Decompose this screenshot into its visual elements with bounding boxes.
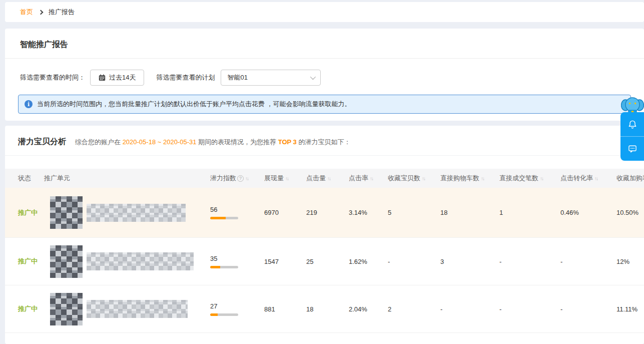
info-banner: i 当前所选的时间范围内，您当前批量推广计划的默认出价低于账户平均点击花费 ，可…	[18, 95, 631, 114]
chat-support-button[interactable]	[620, 136, 644, 161]
potential-cell: 27	[210, 302, 264, 316]
top-badge: TOP 3	[278, 138, 297, 146]
page-title: 智能推广报告	[5, 29, 644, 58]
clicks-value: 18	[306, 305, 349, 313]
table-header-row: 状态 推广单元 潜力指数?↑↓ 展现量↑↓ 点击量↑↓ 点击率↑↓ 收藏宝贝数↑…	[5, 169, 644, 188]
direct-cart-value: 3	[440, 258, 499, 265]
section-description: 综合您的账户在 2020-05-18 ~ 2020-05-31 期间的表现情况，…	[75, 138, 350, 147]
bell-icon	[627, 119, 637, 129]
ctr-value: 2.04%	[349, 305, 388, 313]
fav-items-value: -	[388, 258, 440, 265]
fav-cart-rate-value: 10.50%	[616, 209, 644, 216]
col-direct-orders[interactable]: 直接成交笔数↑↓	[499, 174, 560, 183]
unit-cell	[44, 245, 210, 278]
potential-value: 27	[210, 302, 261, 310]
col-fav-cart-rate: 收藏加购率	[616, 174, 644, 183]
click-cvr-value: -	[560, 305, 616, 313]
date-range: 2020-05-18 ~ 2020-05-31	[123, 138, 197, 146]
table-row[interactable]: 推广中 35 1547 25 1.62% - 3 - - 12%	[5, 238, 644, 285]
status-badge: 推广中	[18, 208, 44, 217]
time-range-button[interactable]: 过去14天	[90, 70, 144, 86]
click-cvr-value: 0.46%	[560, 209, 616, 216]
sort-icon[interactable]: ↑↓	[481, 176, 484, 181]
chevron-down-icon	[310, 74, 316, 80]
potential-value: 35	[210, 255, 261, 262]
potential-value: 56	[210, 206, 261, 213]
unit-cell	[44, 293, 210, 325]
sort-icon[interactable]: ↑↓	[327, 176, 330, 181]
table-row[interactable]: 推广中 27 881 18 2.04% 2 - - - 11.11%	[5, 285, 644, 333]
sort-icon[interactable]: ↑↓	[245, 176, 248, 181]
sort-icon[interactable]: ↑↓	[594, 176, 597, 181]
desc-prefix: 综合您的账户在	[75, 138, 121, 146]
impressions-value: 1547	[264, 258, 306, 265]
plan-select-value: 智能01	[227, 73, 247, 82]
col-click-cvr[interactable]: 点击转化率↑↓	[560, 174, 616, 183]
table-row[interactable]: 推广中 56 6970 219 3.14% 5 18 1 0.46% 10.50…	[5, 188, 644, 238]
col-unit: 推广单元	[44, 174, 210, 183]
notification-bell-button[interactable]	[620, 112, 644, 136]
product-title-blurred	[87, 204, 186, 222]
desc-middle: 期间的表现情况，为您推荐	[198, 138, 276, 146]
potential-progress	[210, 266, 238, 268]
click-cvr-value: -	[560, 258, 616, 265]
desc-suffix: 的潜力宝贝如下：	[298, 138, 350, 146]
direct-cart-value: -	[440, 305, 499, 313]
help-icon[interactable]: ?	[237, 175, 244, 182]
direct-cart-value: 18	[440, 209, 499, 216]
potential-items-table: 状态 推广单元 潜力指数?↑↓ 展现量↑↓ 点击量↑↓ 点击率↑↓ 收藏宝贝数↑…	[5, 169, 644, 333]
clicks-value: 25	[306, 258, 349, 265]
potential-cell: 35	[210, 255, 264, 268]
col-clicks[interactable]: 点击量↑↓	[306, 174, 349, 183]
potential-cell: 56	[210, 206, 264, 219]
product-image-blurred	[50, 245, 83, 278]
product-title-blurred	[87, 300, 188, 318]
clicks-value: 219	[306, 209, 349, 216]
fav-items-value: 5	[388, 209, 440, 216]
product-image-blurred	[50, 196, 83, 229]
breadcrumb-current: 推广报告	[49, 8, 75, 17]
plan-select[interactable]: 智能01	[221, 70, 321, 86]
status-badge: 推广中	[18, 257, 44, 266]
section-header: 潜力宝贝分析 综合您的账户在 2020-05-18 ~ 2020-05-31 期…	[5, 126, 644, 156]
col-fav-items[interactable]: 收藏宝贝数↑↓	[388, 174, 440, 183]
fav-cart-rate-value: 12%	[616, 258, 644, 265]
time-filter-label: 筛选需要查看的时间：	[20, 73, 85, 82]
direct-orders-value: -	[499, 258, 560, 265]
calendar-icon	[99, 74, 106, 81]
col-impressions[interactable]: 展现量↑↓	[264, 174, 306, 183]
col-ctr[interactable]: 点击率↑↓	[349, 174, 388, 183]
breadcrumb-home-link[interactable]: 首页	[20, 8, 33, 17]
impressions-value: 881	[264, 305, 306, 313]
breadcrumb-chevron-icon	[39, 10, 44, 15]
sort-icon[interactable]: ↑↓	[422, 176, 425, 181]
service-panel	[620, 112, 644, 161]
section-title: 潜力宝贝分析	[18, 137, 66, 147]
col-potential[interactable]: 潜力指数?↑↓	[210, 174, 264, 183]
filter-row: 筛选需要查看的时间： 过去14天 筛选需要查看的计划 智能01	[5, 59, 644, 86]
product-title-blurred	[87, 252, 194, 270]
impressions-value: 6970	[264, 209, 306, 216]
potential-progress	[210, 217, 238, 219]
sort-icon[interactable]: ↑↓	[370, 176, 373, 181]
sort-icon[interactable]: ↑↓	[285, 176, 288, 181]
direct-orders-value: -	[499, 305, 560, 313]
sort-icon[interactable]: ↑↓	[540, 176, 543, 181]
time-range-value: 过去14天	[109, 73, 136, 82]
fav-cart-rate-value: 11.11%	[616, 305, 644, 313]
unit-cell	[44, 196, 210, 229]
info-icon: i	[25, 100, 33, 108]
product-image-blurred	[50, 293, 83, 325]
potential-analysis-card: 潜力宝贝分析 综合您的账户在 2020-05-18 ~ 2020-05-31 期…	[5, 126, 644, 344]
report-header-card: 智能推广报告 筛选需要查看的时间： 过去14天 筛选需要查看的计划 智能01 i	[5, 29, 644, 121]
plan-filter-label: 筛选需要查看的计划	[156, 73, 215, 82]
floating-service-widget	[620, 92, 644, 161]
ctr-value: 1.62%	[349, 258, 388, 265]
potential-progress	[210, 313, 238, 316]
chat-icon	[627, 144, 637, 154]
col-direct-cart[interactable]: 直接购物车数↑↓	[440, 174, 499, 183]
status-badge: 推广中	[18, 304, 44, 313]
fav-items-value: 2	[388, 305, 440, 313]
col-status: 状态	[18, 174, 44, 183]
info-banner-text: 当前所选的时间范围内，您当前批量推广计划的默认出价低于账户平均点击花费 ，可能会…	[37, 100, 351, 109]
